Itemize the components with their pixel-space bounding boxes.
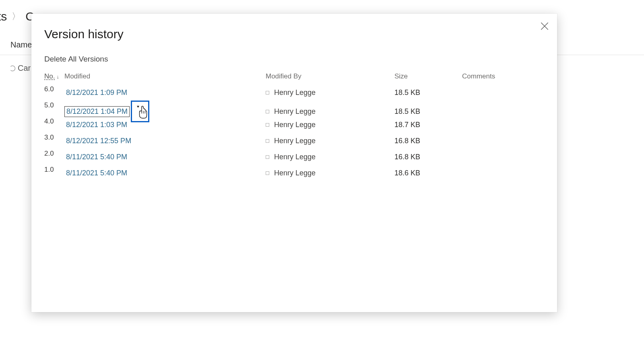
- version-modified-link[interactable]: 8/11/2021 5:40 PM: [64, 168, 266, 178]
- version-row: 2.08/11/2021 5:40 PMHenry Legge16.8 KB: [44, 149, 544, 165]
- version-history-dialog: Version history Delete All Versions No.↓…: [31, 14, 557, 312]
- version-number: 2.0: [44, 149, 64, 158]
- version-modified-link[interactable]: 8/12/2021 1:04 PM: [64, 101, 266, 122]
- version-modified-by[interactable]: Henry Legge: [266, 137, 394, 145]
- version-row: 6.08/12/2021 1:09 PMHenry Legge18.5 KB: [44, 84, 544, 101]
- sync-icon: [10, 66, 15, 71]
- version-modified-by[interactable]: Henry Legge: [266, 88, 394, 97]
- column-header-name[interactable]: Name: [10, 40, 32, 49]
- version-modified-by[interactable]: Henry Legge: [266, 169, 394, 177]
- chevron-right-icon: 〉: [12, 10, 21, 23]
- presence-icon: [266, 110, 269, 113]
- column-header-size[interactable]: Size: [394, 72, 462, 80]
- version-modified-link[interactable]: 8/11/2021 5:40 PM: [64, 152, 266, 162]
- version-table: No.↓ Modified Modified By Size Comments …: [44, 72, 544, 181]
- column-header-comments[interactable]: Comments: [462, 72, 544, 80]
- presence-icon: [266, 139, 269, 143]
- version-modified-link[interactable]: 8/12/2021 1:03 PM: [64, 120, 266, 130]
- version-size: 18.7 KB: [394, 121, 462, 129]
- version-number: 5.0: [44, 101, 64, 109]
- delete-all-versions-link[interactable]: Delete All Versions: [44, 55, 108, 64]
- version-size: 16.8 KB: [394, 137, 462, 145]
- version-row: 1.08/11/2021 5:40 PMHenry Legge18.6 KB: [44, 165, 544, 181]
- version-modified-by[interactable]: Henry Legge: [266, 153, 394, 161]
- close-button[interactable]: [539, 21, 550, 31]
- sort-desc-icon: ↓: [56, 74, 59, 80]
- version-modified-by[interactable]: Henry Legge: [266, 107, 394, 116]
- dialog-title: Version history: [44, 27, 544, 41]
- version-row: 5.08/12/2021 1:04 PMHenry Legge18.5 KB: [44, 101, 544, 117]
- version-actions-dropdown[interactable]: [131, 101, 149, 122]
- presence-icon: [266, 91, 269, 95]
- version-size: 16.8 KB: [394, 153, 462, 161]
- version-size: 18.6 KB: [394, 169, 462, 177]
- version-modified-link[interactable]: 8/12/2021 12:55 PM: [64, 136, 266, 146]
- version-modified-link[interactable]: 8/12/2021 1:09 PM: [64, 88, 266, 98]
- version-number: 3.0: [44, 133, 64, 142]
- column-header-no[interactable]: No.: [44, 72, 55, 80]
- presence-icon: [266, 155, 269, 159]
- table-header: No.↓ Modified Modified By Size Comments: [44, 72, 544, 84]
- version-size: 18.5 KB: [394, 107, 462, 116]
- version-size: 18.5 KB: [394, 88, 462, 97]
- column-header-modified[interactable]: Modified: [64, 72, 266, 80]
- version-number: 1.0: [44, 165, 64, 174]
- chevron-down-icon: [137, 106, 139, 108]
- version-number: 6.0: [44, 84, 64, 93]
- presence-icon: [266, 123, 269, 127]
- close-icon: [539, 21, 550, 31]
- presence-icon: [266, 171, 269, 175]
- column-header-modified-by[interactable]: Modified By: [266, 72, 394, 80]
- version-number: 4.0: [44, 117, 64, 125]
- version-modified-by[interactable]: Henry Legge: [266, 121, 394, 129]
- version-row: 3.08/12/2021 12:55 PMHenry Legge16.8 KB: [44, 133, 544, 149]
- cursor-icon: [138, 106, 148, 119]
- breadcrumb-prev[interactable]: ts: [0, 10, 7, 23]
